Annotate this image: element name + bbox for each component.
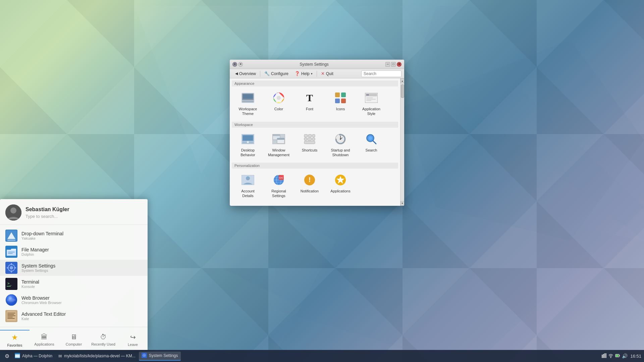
tab-computer[interactable]: 🖥 Computer [59,330,89,349]
search-item[interactable]: Search [357,130,386,160]
svg-text:EN: EN [279,176,283,179]
app-item-dropdown-terminal[interactable]: Drop-down Terminal Yakuake [0,228,148,244]
account-details-item[interactable]: AccountDetails [233,171,263,201]
help-button[interactable]: ❓ Help ▾ [292,70,315,77]
kde-menu-button[interactable]: ⚙ [3,352,11,360]
clock: 16:51 [630,354,641,359]
window-menu-button[interactable]: ≡ [232,62,237,67]
workspace-section-header: Workspace [232,122,398,128]
application-style-item[interactable]: ApplicationStyle [357,88,386,119]
app-item-web-browser[interactable]: Web Browser Chromium Web Browser [0,292,148,308]
scroll-down-button[interactable]: ▼ [400,201,405,206]
taskbar-item-kmail[interactable]: ✉ mykolab/lists/kde/plasma-devel — KM... [56,353,138,360]
svg-rect-16 [335,93,340,97]
window-management-icon [272,132,285,146]
tab-applications[interactable]: 🏛 Applications [30,330,59,349]
notification-icon: ! [303,173,316,187]
volume-icon[interactable]: 🔊 [622,353,628,359]
app-item-text-editor[interactable]: Advanced Text Editor Kate [0,308,148,324]
text-editor-name: Advanced Text Editor [21,311,142,317]
web-browser-name: Web Browser [21,295,142,301]
toolbar-separator-2 [317,71,317,77]
back-button[interactable]: ◀ Overview [232,70,259,77]
leave-icon: ↪ [130,333,136,341]
back-arrow-icon: ◀ [235,71,238,76]
file-manager-name: File Manager [21,247,142,252]
quit-button[interactable]: ✕ Quit [318,70,336,77]
svg-marker-3 [0,6,168,207]
tab-leave[interactable]: ↪ Leave [118,330,148,349]
applications-settings-item[interactable]: Applications [326,171,355,201]
window-close-button[interactable]: ✕ [238,62,243,67]
svg-rect-101 [604,353,605,358]
dropdown-terminal-name: Drop-down Terminal [21,231,142,236]
quit-label: Quit [326,71,333,76]
search-input[interactable] [361,70,401,77]
svg-rect-40 [304,138,307,140]
startup-shutdown-label: Startup andShutdown [331,148,350,158]
battery-icon[interactable] [615,353,620,359]
taskbar-item-dolphin[interactable]: Alpha — Dolphin [12,352,55,360]
text-editor-icon [5,310,17,322]
svg-point-86 [8,296,12,300]
app-item-file-manager[interactable]: File Manager Dolphin [0,244,148,260]
startup-shutdown-item[interactable]: Startup andShutdown [326,130,355,160]
svg-text:>_: >_ [7,281,12,286]
computer-label: Computer [66,342,82,346]
icons-item[interactable]: Icons [326,88,355,119]
tab-recently-used[interactable]: ⏱ Recently Used [89,330,118,349]
font-item[interactable]: T Font [295,88,324,119]
launcher-header: Sebastian Kügler Type to search... [0,199,148,225]
svg-point-47 [340,138,341,140]
app-item-system-settings[interactable]: System Settings System Settings [0,260,148,276]
taskbar: ⚙ Alpha — Dolphin ✉ mykolab/lists/kde/pl… [0,350,644,362]
window-content-area: Appearance WorkspaceTheme [230,78,404,206]
svg-rect-25 [366,99,376,100]
app-item-terminal[interactable]: >_ Terminal Konsole [0,276,148,292]
launcher-apps-list: Drop-down Terminal Yakuake File Manager … [0,225,148,327]
window-titlebar-right: ─ □ ✕ [385,62,401,67]
system-settings-taskbar-label: System Settings [149,353,178,358]
taskbar-item-system-settings[interactable]: System Settings [139,352,181,361]
desktop-behavior-item[interactable]: DesktopBehavior [233,130,263,160]
window-maximize-button[interactable]: □ [391,62,396,67]
applications-settings-icon [334,173,347,187]
text-editor-desc: Kate [21,317,142,321]
workspace-theme-item[interactable]: WorkspaceTheme [233,88,263,119]
application-style-icon [365,91,378,105]
network-manager-icon[interactable] [602,353,606,359]
tab-favorites[interactable]: ★ Favorites [0,330,30,349]
window-minimize-button[interactable]: ─ [385,62,390,67]
app-launcher: Sebastian Kügler Type to search... Drop-… [0,199,148,350]
svg-rect-92 [7,317,13,317]
svg-point-15 [277,96,281,100]
system-settings-window: ≡ ✕ System Settings ─ □ ✕ ◀ Overview 🔧 C… [230,60,404,206]
kde-logo-icon: ⚙ [5,353,9,359]
notification-item[interactable]: ! Notification [295,171,324,201]
svg-rect-22 [366,94,369,96]
wifi-icon[interactable] [608,353,613,359]
svg-rect-78 [11,270,12,273]
svg-rect-18 [335,99,340,103]
window-scrollbar[interactable]: ▲ ▼ [400,78,404,206]
svg-rect-17 [341,93,346,97]
settings-scroll-area[interactable]: Appearance WorkspaceTheme [230,78,400,206]
svg-rect-72 [8,252,15,252]
scroll-up-button[interactable]: ▲ [400,78,405,83]
window-management-item[interactable]: WindowManagement [264,130,293,160]
svg-rect-90 [7,314,14,315]
user-info: Sebastian Kügler Type to search... [25,206,142,219]
regional-settings-item[interactable]: EN RegionalSettings [264,171,293,201]
recently-used-icon: ⏱ [100,333,107,341]
svg-rect-42 [312,138,315,140]
dropdown-terminal-text: Drop-down Terminal Yakuake [21,231,142,240]
color-item[interactable]: Color [264,88,293,119]
scroll-thumb[interactable] [401,84,404,98]
window-x-button[interactable]: ✕ [397,62,401,67]
shortcuts-item[interactable]: Shortcuts [295,130,324,160]
appearance-section: Appearance WorkspaceTheme [232,80,398,119]
svg-rect-70 [7,240,15,241]
search-hint[interactable]: Type to search... [25,214,142,219]
configure-button[interactable]: 🔧 Configure [262,70,291,77]
svg-point-103 [610,357,611,358]
